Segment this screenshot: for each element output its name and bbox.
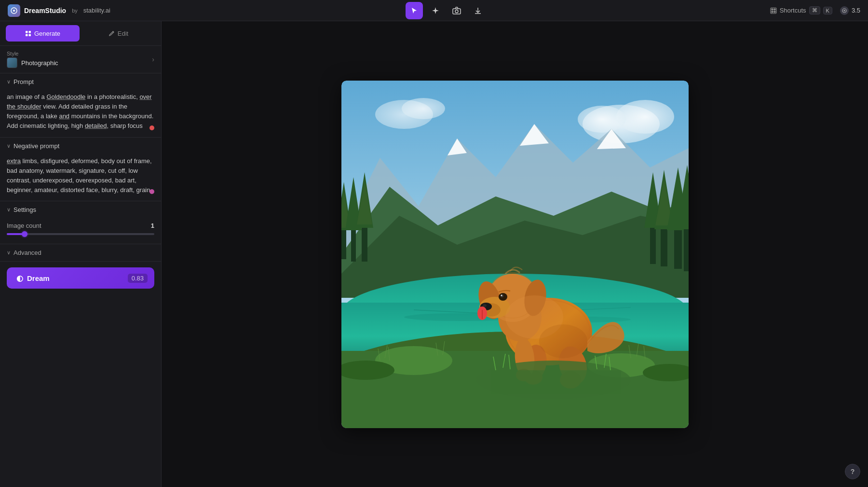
negative-prompt-section: ∨ Negative prompt extra limbs, disfigure…	[0, 138, 161, 202]
dream-label: Dream	[27, 274, 50, 282]
image-count-label: Image count	[7, 222, 41, 229]
negative-prompt-area[interactable]: extra limbs, disfigured, deformed, body …	[0, 154, 161, 201]
style-label: Style	[7, 51, 58, 56]
advanced-chevron-down-icon: ∨	[7, 250, 11, 256]
svg-point-4	[455, 10, 458, 13]
image-count-slider[interactable]	[7, 233, 154, 235]
dream-button[interactable]: ◐ Dream 0.83	[7, 267, 154, 289]
svg-point-11	[843, 10, 845, 11]
svg-point-1	[13, 10, 15, 12]
tab-generate[interactable]: Generate	[6, 25, 80, 42]
svg-rect-90	[491, 370, 621, 394]
kbd-k: K	[823, 7, 832, 14]
prompt-area[interactable]: an image of a Goldendoodle in a photorea…	[0, 90, 161, 137]
dream-btn-left: ◐ Dream	[16, 274, 50, 283]
credit-icon	[840, 6, 849, 15]
svg-rect-3	[453, 9, 461, 14]
negative-prompt-header[interactable]: ∨ Negative prompt	[0, 138, 161, 154]
app-brand: stability.ai	[83, 7, 110, 14]
app-name: DreamStudio	[24, 7, 66, 14]
svg-rect-8	[772, 11, 773, 13]
app-logo-icon	[8, 4, 20, 17]
settings-content: Image count 1	[0, 218, 161, 244]
negative-prompt-chevron-down-icon: ∨	[7, 143, 11, 149]
advanced-row[interactable]: ∨ Advanced	[0, 244, 161, 262]
tab-generate-label: Generate	[34, 30, 60, 37]
svg-rect-6	[772, 9, 773, 10]
credit-display: 3.5	[840, 6, 860, 15]
nav-right: Shortcuts ⌘ K 3.5	[770, 6, 860, 15]
svg-point-19	[578, 106, 626, 133]
style-chevron-right-icon: ›	[152, 56, 154, 63]
advanced-label: Advanced	[14, 249, 41, 256]
nav-center	[128, 2, 764, 19]
svg-point-21	[402, 98, 445, 119]
image-count-row: Image count 1	[7, 222, 154, 229]
style-info: Style Photographic	[7, 51, 58, 68]
dream-cost: 0.83	[128, 274, 148, 283]
svg-rect-12	[26, 31, 28, 33]
logo-area: DreamStudio by stability.ai	[8, 4, 110, 17]
camera-tool-button[interactable]	[448, 2, 465, 19]
help-icon: ?	[851, 468, 855, 475]
cursor-tool-button[interactable]	[406, 2, 423, 19]
settings-chevron-down-icon: ∨	[7, 207, 11, 213]
dream-btn-container: ◐ Dream 0.83	[0, 262, 161, 294]
svg-point-88	[539, 324, 587, 358]
prompt-highlight-and: and	[59, 112, 69, 120]
sidebar: Generate Edit Style Photographic ›	[0, 21, 162, 487]
credit-value: 3.5	[852, 7, 860, 14]
style-name: Photographic	[21, 59, 58, 67]
prompt-label: Prompt	[14, 78, 34, 85]
tab-edit[interactable]: Edit	[81, 25, 155, 42]
topbar: DreamStudio by stability.ai	[0, 0, 868, 21]
prompt-highlight-detailed: detailed	[85, 122, 107, 129]
negative-highlight-extra: extra	[7, 157, 21, 165]
download-button[interactable]	[469, 2, 487, 19]
settings-section: ∨ Settings Image count 1	[0, 201, 161, 244]
magic-tool-button[interactable]	[427, 2, 444, 19]
negative-prompt-text[interactable]: extra limbs, disfigured, deformed, body …	[7, 156, 154, 195]
svg-marker-2	[432, 7, 439, 14]
settings-label: Settings	[14, 206, 36, 213]
prompt-chevron-down-icon: ∨	[7, 79, 11, 85]
shortcuts-button[interactable]: Shortcuts ⌘ K	[770, 6, 832, 14]
image-area	[162, 21, 868, 487]
tab-edit-label: Edit	[118, 30, 128, 37]
slider-thumb[interactable]	[22, 231, 27, 237]
negative-prompt-label: Negative prompt	[14, 142, 59, 150]
svg-point-86	[501, 294, 502, 296]
app-by: by	[72, 8, 78, 14]
image-count-value: 1	[151, 222, 154, 229]
prompt-section: ∨ Prompt an image of a Goldendoodle in a…	[0, 73, 161, 138]
style-row[interactable]: Style Photographic ›	[0, 46, 161, 73]
prompt-header[interactable]: ∨ Prompt	[0, 73, 161, 90]
svg-rect-9	[774, 11, 775, 13]
svg-rect-7	[774, 9, 775, 10]
generated-image	[341, 81, 689, 428]
prompt-highlight-goldendoodle: Goldendoodle	[46, 93, 85, 100]
dream-icon: ◐	[16, 274, 23, 283]
dog-scene	[341, 81, 689, 428]
prompt-text[interactable]: an image of a Goldendoodle in a photorea…	[7, 92, 154, 131]
main-area: Generate Edit Style Photographic ›	[0, 21, 868, 487]
shortcuts-label: Shortcuts	[780, 7, 806, 14]
tab-bar: Generate Edit	[0, 21, 161, 46]
svg-point-81	[483, 304, 487, 307]
svg-rect-14	[26, 34, 28, 36]
style-thumbnail	[7, 57, 17, 68]
settings-header[interactable]: ∨ Settings	[0, 201, 161, 218]
svg-rect-15	[28, 34, 31, 36]
style-value-row: Photographic	[7, 57, 58, 68]
prompt-dot-indicator	[149, 125, 154, 130]
help-button[interactable]: ?	[845, 464, 860, 479]
svg-rect-13	[28, 31, 31, 33]
kbd-cmd: ⌘	[809, 6, 820, 14]
